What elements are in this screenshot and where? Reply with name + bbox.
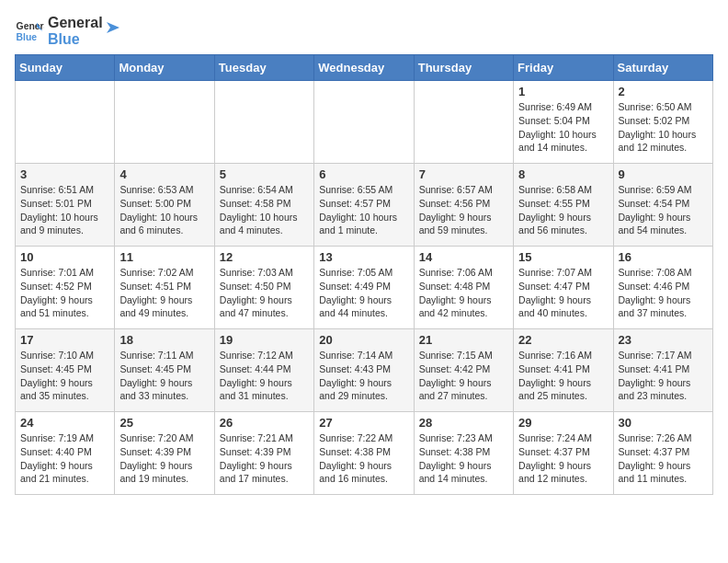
- day-info: Sunrise: 7:23 AM Sunset: 4:38 PM Dayligh…: [419, 431, 508, 486]
- calendar-cell: 13Sunrise: 7:05 AM Sunset: 4:49 PM Dayli…: [314, 247, 414, 329]
- day-info: Sunrise: 7:11 AM Sunset: 4:45 PM Dayligh…: [119, 349, 209, 403]
- logo-arrow-icon: [103, 18, 121, 37]
- day-info: Sunrise: 7:12 AM Sunset: 4:44 PM Dayligh…: [220, 349, 309, 403]
- day-number: 9: [619, 167, 708, 181]
- day-number: 29: [518, 416, 608, 430]
- logo: General Blue General Blue: [15, 15, 121, 47]
- day-number: 1: [518, 85, 608, 98]
- day-number: 18: [119, 333, 209, 347]
- day-number: 7: [419, 167, 508, 181]
- col-header-sunday: Sunday: [16, 55, 115, 81]
- col-header-thursday: Thursday: [414, 55, 513, 81]
- svg-text:Blue: Blue: [17, 31, 38, 41]
- col-header-friday: Friday: [514, 55, 613, 81]
- calendar-cell: 23Sunrise: 7:17 AM Sunset: 4:41 PM Dayli…: [613, 329, 712, 412]
- calendar-cell: 16Sunrise: 7:08 AM Sunset: 4:46 PM Dayli…: [613, 247, 712, 329]
- day-info: Sunrise: 6:49 AM Sunset: 5:04 PM Dayligh…: [518, 100, 608, 155]
- day-info: Sunrise: 6:59 AM Sunset: 4:54 PM Dayligh…: [619, 183, 708, 237]
- page-header: General Blue General Blue: [15, 15, 713, 47]
- logo-blue: Blue: [48, 31, 103, 48]
- day-number: 22: [518, 333, 608, 347]
- day-number: 26: [220, 416, 309, 430]
- day-number: 13: [319, 250, 408, 264]
- day-number: 8: [518, 167, 608, 181]
- calendar-cell: 29Sunrise: 7:24 AM Sunset: 4:37 PM Dayli…: [514, 412, 613, 495]
- day-number: 28: [419, 416, 508, 430]
- day-info: Sunrise: 7:05 AM Sunset: 4:49 PM Dayligh…: [319, 266, 408, 320]
- logo-icon: General Blue: [15, 17, 44, 46]
- day-number: 21: [419, 333, 508, 347]
- day-info: Sunrise: 6:58 AM Sunset: 4:55 PM Dayligh…: [518, 183, 608, 237]
- day-number: 19: [220, 333, 309, 347]
- col-header-saturday: Saturday: [613, 55, 712, 81]
- day-number: 3: [20, 167, 109, 181]
- calendar-cell: 19Sunrise: 7:12 AM Sunset: 4:44 PM Dayli…: [214, 329, 313, 412]
- day-info: Sunrise: 7:06 AM Sunset: 4:48 PM Dayligh…: [419, 266, 508, 320]
- day-number: 16: [619, 250, 708, 264]
- day-number: 10: [20, 250, 109, 264]
- day-number: 24: [20, 416, 109, 430]
- calendar-cell: 22Sunrise: 7:16 AM Sunset: 4:41 PM Dayli…: [514, 329, 613, 412]
- day-info: Sunrise: 7:19 AM Sunset: 4:40 PM Dayligh…: [20, 431, 109, 486]
- calendar-header-row: SundayMondayTuesdayWednesdayThursdayFrid…: [16, 55, 713, 81]
- day-info: Sunrise: 7:17 AM Sunset: 4:41 PM Dayligh…: [619, 349, 708, 403]
- calendar-cell: [314, 81, 414, 164]
- calendar-week-2: 3Sunrise: 6:51 AM Sunset: 5:01 PM Daylig…: [16, 164, 713, 247]
- day-number: 4: [119, 167, 209, 181]
- day-info: Sunrise: 7:24 AM Sunset: 4:37 PM Dayligh…: [518, 431, 608, 486]
- calendar-week-1: 1Sunrise: 6:49 AM Sunset: 5:04 PM Daylig…: [16, 81, 713, 164]
- day-info: Sunrise: 7:02 AM Sunset: 4:51 PM Dayligh…: [119, 266, 209, 320]
- calendar-cell: 5Sunrise: 6:54 AM Sunset: 4:58 PM Daylig…: [214, 164, 313, 247]
- calendar-cell: 18Sunrise: 7:11 AM Sunset: 4:45 PM Dayli…: [115, 329, 214, 412]
- day-info: Sunrise: 7:16 AM Sunset: 4:41 PM Dayligh…: [518, 349, 608, 403]
- day-number: 30: [619, 416, 708, 430]
- calendar-cell: 30Sunrise: 7:26 AM Sunset: 4:37 PM Dayli…: [613, 412, 712, 495]
- day-info: Sunrise: 7:03 AM Sunset: 4:50 PM Dayligh…: [220, 266, 309, 320]
- day-number: 25: [119, 416, 209, 430]
- calendar-cell: 8Sunrise: 6:58 AM Sunset: 4:55 PM Daylig…: [514, 164, 613, 247]
- col-header-wednesday: Wednesday: [314, 55, 414, 81]
- calendar-week-4: 17Sunrise: 7:10 AM Sunset: 4:45 PM Dayli…: [16, 329, 713, 412]
- calendar-cell: 7Sunrise: 6:57 AM Sunset: 4:56 PM Daylig…: [414, 164, 513, 247]
- day-info: Sunrise: 7:14 AM Sunset: 4:43 PM Dayligh…: [319, 349, 408, 403]
- calendar-cell: 6Sunrise: 6:55 AM Sunset: 4:57 PM Daylig…: [314, 164, 414, 247]
- calendar-cell: 21Sunrise: 7:15 AM Sunset: 4:42 PM Dayli…: [414, 329, 513, 412]
- day-number: 2: [619, 85, 708, 98]
- day-number: 11: [119, 250, 209, 264]
- day-info: Sunrise: 7:15 AM Sunset: 4:42 PM Dayligh…: [419, 349, 508, 403]
- calendar-cell: [214, 81, 313, 164]
- col-header-tuesday: Tuesday: [214, 55, 313, 81]
- day-number: 15: [518, 250, 608, 264]
- day-info: Sunrise: 6:55 AM Sunset: 4:57 PM Dayligh…: [319, 183, 408, 237]
- calendar-cell: 2Sunrise: 6:50 AM Sunset: 5:02 PM Daylig…: [613, 81, 712, 164]
- day-info: Sunrise: 7:22 AM Sunset: 4:38 PM Dayligh…: [319, 431, 408, 486]
- day-number: 20: [319, 333, 408, 347]
- day-info: Sunrise: 6:51 AM Sunset: 5:01 PM Dayligh…: [20, 183, 109, 237]
- svg-marker-3: [107, 22, 119, 33]
- calendar-cell: 25Sunrise: 7:20 AM Sunset: 4:39 PM Dayli…: [115, 412, 214, 495]
- calendar-cell: [16, 81, 115, 164]
- day-info: Sunrise: 7:10 AM Sunset: 4:45 PM Dayligh…: [20, 349, 109, 403]
- calendar-week-5: 24Sunrise: 7:19 AM Sunset: 4:40 PM Dayli…: [16, 412, 713, 495]
- day-number: 17: [20, 333, 109, 347]
- calendar-cell: 24Sunrise: 7:19 AM Sunset: 4:40 PM Dayli…: [16, 412, 115, 495]
- calendar-cell: 15Sunrise: 7:07 AM Sunset: 4:47 PM Dayli…: [514, 247, 613, 329]
- calendar-cell: 3Sunrise: 6:51 AM Sunset: 5:01 PM Daylig…: [16, 164, 115, 247]
- day-info: Sunrise: 6:50 AM Sunset: 5:02 PM Dayligh…: [619, 100, 708, 155]
- calendar-cell: [414, 81, 513, 164]
- calendar-cell: 28Sunrise: 7:23 AM Sunset: 4:38 PM Dayli…: [414, 412, 513, 495]
- day-number: 5: [220, 167, 309, 181]
- calendar-cell: 20Sunrise: 7:14 AM Sunset: 4:43 PM Dayli…: [314, 329, 414, 412]
- calendar-cell: 12Sunrise: 7:03 AM Sunset: 4:50 PM Dayli…: [214, 247, 313, 329]
- col-header-monday: Monday: [115, 55, 214, 81]
- calendar-week-3: 10Sunrise: 7:01 AM Sunset: 4:52 PM Dayli…: [16, 247, 713, 329]
- day-number: 27: [319, 416, 408, 430]
- calendar-cell: 14Sunrise: 7:06 AM Sunset: 4:48 PM Dayli…: [414, 247, 513, 329]
- calendar-cell: 10Sunrise: 7:01 AM Sunset: 4:52 PM Dayli…: [16, 247, 115, 329]
- calendar-cell: 26Sunrise: 7:21 AM Sunset: 4:39 PM Dayli…: [214, 412, 313, 495]
- day-info: Sunrise: 6:54 AM Sunset: 4:58 PM Dayligh…: [220, 183, 309, 237]
- logo-general: General: [48, 15, 103, 31]
- calendar-cell: 11Sunrise: 7:02 AM Sunset: 4:51 PM Dayli…: [115, 247, 214, 329]
- day-info: Sunrise: 7:21 AM Sunset: 4:39 PM Dayligh…: [220, 431, 309, 486]
- calendar-cell: 17Sunrise: 7:10 AM Sunset: 4:45 PM Dayli…: [16, 329, 115, 412]
